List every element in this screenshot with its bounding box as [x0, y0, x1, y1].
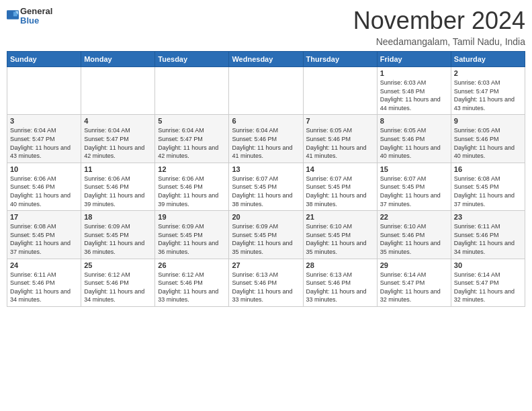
calendar-cell: 11Sunrise: 6:06 AMSunset: 5:46 PMDayligh…	[81, 163, 155, 210]
calendar-cell: 16Sunrise: 6:08 AMSunset: 5:45 PMDayligh…	[451, 163, 525, 210]
day-info: Sunrise: 6:05 AMSunset: 5:46 PMDaylight:…	[306, 126, 374, 160]
day-info: Sunrise: 6:04 AMSunset: 5:47 PMDaylight:…	[158, 126, 226, 160]
day-number: 10	[10, 165, 78, 173]
calendar-cell: 6Sunrise: 6:04 AMSunset: 5:46 PMDaylight…	[229, 115, 303, 163]
day-number: 1	[380, 69, 448, 77]
calendar-cell: 20Sunrise: 6:09 AMSunset: 5:45 PMDayligh…	[229, 211, 303, 259]
day-info: Sunrise: 6:12 AMSunset: 5:46 PMDaylight:…	[84, 271, 152, 304]
day-number: 7	[306, 117, 374, 125]
day-number: 27	[232, 261, 300, 269]
calendar-week-row: 3Sunrise: 6:04 AMSunset: 5:47 PMDaylight…	[7, 115, 525, 163]
day-info: Sunrise: 6:13 AMSunset: 5:46 PMDaylight:…	[232, 271, 300, 304]
weekday-header-row: SundayMondayTuesdayWednesdayThursdayFrid…	[7, 52, 525, 67]
title-area: November 2024 Needamangalam, Tamil Nadu,…	[353, 7, 525, 47]
calendar-cell: 18Sunrise: 6:09 AMSunset: 5:45 PMDayligh…	[81, 211, 155, 259]
calendar-cell: 22Sunrise: 6:10 AMSunset: 5:46 PMDayligh…	[377, 211, 451, 259]
weekday-header: Saturday	[451, 52, 525, 67]
weekday-header: Friday	[377, 52, 451, 67]
weekday-header: Monday	[81, 52, 155, 67]
day-number: 30	[454, 261, 522, 269]
day-number: 11	[84, 165, 152, 173]
day-number: 18	[84, 213, 152, 221]
calendar-cell: 7Sunrise: 6:05 AMSunset: 5:46 PMDaylight…	[303, 115, 377, 163]
calendar-cell: 25Sunrise: 6:12 AMSunset: 5:46 PMDayligh…	[81, 259, 155, 306]
weekday-header: Sunday	[7, 52, 81, 67]
day-number: 16	[454, 165, 522, 173]
calendar-cell: 21Sunrise: 6:10 AMSunset: 5:45 PMDayligh…	[303, 211, 377, 259]
day-number: 24	[10, 261, 78, 269]
weekday-header: Wednesday	[229, 52, 303, 67]
calendar-cell: 2Sunrise: 6:03 AMSunset: 5:47 PMDaylight…	[451, 67, 525, 115]
calendar-week-row: 10Sunrise: 6:06 AMSunset: 5:46 PMDayligh…	[7, 163, 525, 210]
day-number: 25	[84, 261, 152, 269]
calendar-cell: 17Sunrise: 6:08 AMSunset: 5:45 PMDayligh…	[7, 211, 81, 259]
day-info: Sunrise: 6:10 AMSunset: 5:45 PMDaylight:…	[306, 222, 374, 256]
calendar-cell	[7, 67, 81, 115]
calendar-cell	[81, 67, 155, 115]
day-info: Sunrise: 6:13 AMSunset: 5:46 PMDaylight:…	[306, 271, 374, 304]
page-header: General Blue November 2024 Needamangalam…	[7, 7, 525, 47]
day-info: Sunrise: 6:09 AMSunset: 5:45 PMDaylight:…	[232, 222, 300, 256]
day-info: Sunrise: 6:03 AMSunset: 5:47 PMDaylight:…	[454, 79, 522, 112]
day-info: Sunrise: 6:11 AMSunset: 5:46 PMDaylight:…	[454, 222, 522, 256]
day-info: Sunrise: 6:07 AMSunset: 5:45 PMDaylight:…	[232, 175, 300, 208]
calendar-cell: 5Sunrise: 6:04 AMSunset: 5:47 PMDaylight…	[155, 115, 229, 163]
day-number: 14	[306, 165, 374, 173]
location: Needamangalam, Tamil Nadu, India	[353, 36, 525, 47]
logo-general: General	[20, 7, 52, 16]
calendar-cell: 1Sunrise: 6:03 AMSunset: 5:48 PMDaylight…	[377, 67, 451, 115]
day-number: 22	[380, 213, 448, 221]
calendar-cell: 8Sunrise: 6:05 AMSunset: 5:46 PMDaylight…	[377, 115, 451, 163]
day-info: Sunrise: 6:07 AMSunset: 5:45 PMDaylight:…	[380, 175, 448, 208]
calendar-cell: 26Sunrise: 6:12 AMSunset: 5:46 PMDayligh…	[155, 259, 229, 306]
calendar-cell	[229, 67, 303, 115]
day-info: Sunrise: 6:07 AMSunset: 5:45 PMDaylight:…	[306, 175, 374, 208]
calendar-cell: 24Sunrise: 6:11 AMSunset: 5:46 PMDayligh…	[7, 259, 81, 306]
weekday-header: Tuesday	[155, 52, 229, 67]
calendar-cell: 30Sunrise: 6:14 AMSunset: 5:47 PMDayligh…	[451, 259, 525, 306]
calendar-cell	[303, 67, 377, 115]
day-number: 23	[454, 213, 522, 221]
day-number: 17	[10, 213, 78, 221]
day-info: Sunrise: 6:12 AMSunset: 5:46 PMDaylight:…	[158, 271, 226, 304]
day-info: Sunrise: 6:05 AMSunset: 5:46 PMDaylight:…	[454, 126, 522, 160]
day-number: 15	[380, 165, 448, 173]
logo-icon	[7, 9, 19, 21]
day-number: 13	[232, 165, 300, 173]
day-number: 8	[380, 117, 448, 125]
day-info: Sunrise: 6:04 AMSunset: 5:47 PMDaylight:…	[84, 126, 152, 160]
logo-blue: Blue	[20, 16, 52, 26]
calendar-week-row: 24Sunrise: 6:11 AMSunset: 5:46 PMDayligh…	[7, 259, 525, 306]
calendar-cell: 19Sunrise: 6:09 AMSunset: 5:45 PMDayligh…	[155, 211, 229, 259]
day-number: 5	[158, 117, 226, 125]
calendar-cell: 14Sunrise: 6:07 AMSunset: 5:45 PMDayligh…	[303, 163, 377, 210]
calendar-cell: 4Sunrise: 6:04 AMSunset: 5:47 PMDaylight…	[81, 115, 155, 163]
day-info: Sunrise: 6:10 AMSunset: 5:46 PMDaylight:…	[380, 222, 448, 256]
calendar-table: SundayMondayTuesdayWednesdayThursdayFrid…	[7, 51, 525, 307]
calendar-cell: 28Sunrise: 6:13 AMSunset: 5:46 PMDayligh…	[303, 259, 377, 306]
day-info: Sunrise: 6:09 AMSunset: 5:45 PMDaylight:…	[158, 222, 226, 256]
day-number: 2	[454, 69, 522, 77]
day-info: Sunrise: 6:09 AMSunset: 5:45 PMDaylight:…	[84, 222, 152, 256]
day-info: Sunrise: 6:04 AMSunset: 5:47 PMDaylight:…	[10, 126, 78, 160]
day-info: Sunrise: 6:11 AMSunset: 5:46 PMDaylight:…	[10, 271, 78, 304]
day-number: 28	[306, 261, 374, 269]
calendar-cell: 29Sunrise: 6:14 AMSunset: 5:47 PMDayligh…	[377, 259, 451, 306]
day-info: Sunrise: 6:08 AMSunset: 5:45 PMDaylight:…	[454, 175, 522, 208]
day-number: 19	[158, 213, 226, 221]
day-number: 6	[232, 117, 300, 125]
day-info: Sunrise: 6:06 AMSunset: 5:46 PMDaylight:…	[158, 175, 226, 208]
day-info: Sunrise: 6:14 AMSunset: 5:47 PMDaylight:…	[380, 271, 448, 304]
weekday-header: Thursday	[303, 52, 377, 67]
day-number: 12	[158, 165, 226, 173]
day-number: 21	[306, 213, 374, 221]
day-info: Sunrise: 6:14 AMSunset: 5:47 PMDaylight:…	[454, 271, 522, 304]
day-info: Sunrise: 6:05 AMSunset: 5:46 PMDaylight:…	[380, 126, 448, 160]
calendar-cell	[155, 67, 229, 115]
calendar-cell: 27Sunrise: 6:13 AMSunset: 5:46 PMDayligh…	[229, 259, 303, 306]
calendar-week-row: 17Sunrise: 6:08 AMSunset: 5:45 PMDayligh…	[7, 211, 525, 259]
day-number: 4	[84, 117, 152, 125]
day-info: Sunrise: 6:08 AMSunset: 5:45 PMDaylight:…	[10, 222, 78, 256]
calendar-cell: 9Sunrise: 6:05 AMSunset: 5:46 PMDaylight…	[451, 115, 525, 163]
calendar-cell: 23Sunrise: 6:11 AMSunset: 5:46 PMDayligh…	[451, 211, 525, 259]
